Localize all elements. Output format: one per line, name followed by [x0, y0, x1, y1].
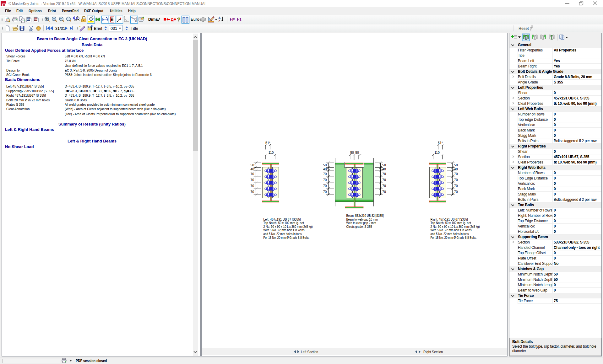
svg-text:70: 70	[323, 190, 327, 194]
svg-text:40: 40	[454, 167, 458, 171]
svg-text:50: 50	[251, 163, 254, 167]
svg-text:70: 70	[454, 184, 458, 188]
svg-text:70: 70	[454, 190, 458, 194]
svg-text:Beam to web gap 10 mm: Beam to web gap 10 mm	[346, 217, 378, 221]
svg-text:Cleats grade: S 355: Cleats grade: S 355	[346, 225, 372, 228]
svg-text:40: 40	[251, 167, 254, 171]
svg-text:Dims: Dims	[148, 17, 158, 22]
svg-text:and 5 No. 22 mm holes in toes: and 5 No. 22 mm holes in toes	[263, 232, 302, 236]
svg-text:70: 70	[382, 190, 386, 194]
svg-text:With 5 No. 22 mm holes in webs: With 5 No. 22 mm holes in webs	[263, 228, 305, 232]
svg-text:?: ?	[177, 17, 180, 23]
svg-text:70: 70	[251, 178, 254, 182]
svg-text:Euro: Euro	[191, 17, 199, 22]
svg-text:Top Notch: 50 x 102 mm lg. ne: Top Notch: 50 x 102 mm lg. net	[431, 221, 471, 225]
svg-text:70: 70	[323, 178, 327, 182]
svg-text:70: 70	[251, 172, 254, 176]
svg-text:110: 110	[269, 151, 274, 154]
svg-text:F: F	[232, 17, 235, 22]
svg-text:For 15 No. 20 mm Ø Grade 8.8 B: For 15 No. 20 mm Ø Grade 8.8 Bolts.	[263, 236, 310, 239]
svg-text:Z: Z	[218, 19, 220, 23]
svg-text:51*: 51*	[438, 141, 443, 145]
svg-text:Ω: Ω	[171, 18, 174, 21]
svg-text:Web to cleat gap 2 mm: Web to cleat gap 2 mm	[346, 221, 376, 225]
svg-text:W: W	[34, 18, 37, 21]
svg-text:Title: Title	[131, 26, 138, 31]
svg-text:70: 70	[454, 178, 458, 182]
svg-text:and 5 No. 22 mm holes in toes: and 5 No. 22 mm holes in toes	[431, 232, 469, 236]
svg-text:Top Notch: 50 x 102 mm lg. ne: Top Notch: 50 x 102 mm lg. net	[263, 221, 304, 225]
svg-text:With 5 No. 22 mm holes in webs: With 5 No. 22 mm holes in webs	[431, 228, 472, 232]
svg-text:50: 50	[382, 163, 386, 167]
svg-text:Left: 457x191 UB 67 [S355]: Left: 457x191 UB 67 [S355]	[263, 217, 301, 221]
svg-text:50: 50	[350, 151, 354, 154]
svg-text:2 No. 90 x 90 x 10 L x 360 mm: 2 No. 90 x 90 x 10 L x 360 mm (2x5 kg)	[431, 225, 480, 228]
svg-text:Beam: 533x210 UB 82 [S355]: Beam: 533x210 UB 82 [S355]	[346, 214, 384, 217]
svg-text:70: 70	[251, 190, 254, 194]
svg-text:50: 50	[454, 163, 458, 167]
svg-text:70: 70	[382, 178, 386, 182]
svg-text:70: 70	[323, 172, 327, 176]
svg-text:Reset: Reset	[519, 26, 529, 31]
svg-text:110: 110	[434, 151, 440, 154]
svg-text:50: 50	[355, 151, 359, 154]
svg-text:70: 70	[382, 184, 386, 188]
svg-text:1: 1	[239, 17, 242, 22]
svg-text:2 No. 90 x 90 x 10 L x 360 mm: 2 No. 90 x 90 x 10 L x 360 mm (2x5 kg)	[263, 225, 313, 228]
svg-text:For 15 No. 20 mm Ø Grade 8.8 B: For 15 No. 20 mm Ø Grade 8.8 Bolts.	[431, 236, 477, 239]
svg-text:70: 70	[454, 172, 458, 176]
svg-text:W: W	[27, 18, 30, 21]
svg-text:40: 40	[382, 167, 386, 171]
svg-text:50: 50	[323, 163, 327, 167]
svg-text:70: 70	[251, 184, 254, 188]
svg-text:70: 70	[323, 184, 327, 188]
svg-text:31/31: 31/31	[55, 26, 65, 31]
svg-text:Right: 457x191 UB 67 [S355]: Right: 457x191 UB 67 [S355]	[431, 217, 468, 221]
svg-text:51*: 51*	[265, 141, 270, 145]
svg-text:Brief: Brief	[94, 26, 102, 31]
svg-text:70: 70	[382, 172, 386, 176]
svg-text:40: 40	[323, 167, 327, 171]
